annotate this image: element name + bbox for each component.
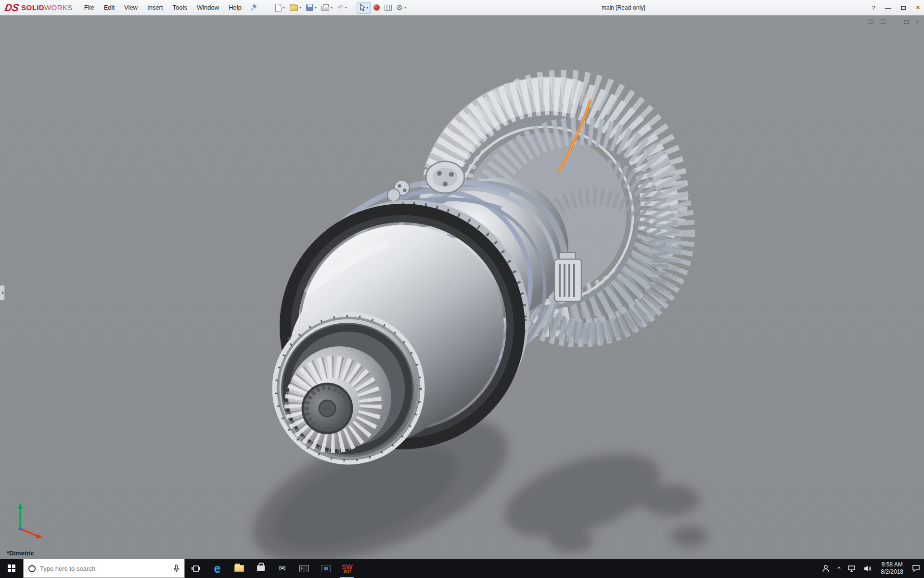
clock-date: 8/2/2018 xyxy=(881,568,903,576)
document-window-controls: — × xyxy=(868,18,919,25)
solidworks-icon: SW 2017 xyxy=(342,564,353,573)
store-icon xyxy=(257,565,265,571)
undo-icon: ↶ xyxy=(337,4,344,11)
print-button[interactable]: ▾ xyxy=(319,2,335,13)
menu-insert[interactable]: Insert xyxy=(142,1,168,13)
menu-bar: DS SOLID WORKS File Edit View Insert Too… xyxy=(0,0,924,15)
taskbar-edge[interactable]: e xyxy=(206,559,228,578)
speaker-icon xyxy=(864,565,872,572)
orientation-triad xyxy=(18,503,42,538)
taskbar-clock[interactable]: 9:58 AM 8/2/2018 xyxy=(876,559,908,578)
new-document-button[interactable]: ▾ xyxy=(273,2,287,13)
gear-icon: ⚙ xyxy=(397,4,403,11)
minimize-button[interactable]: — xyxy=(885,4,891,12)
menu-tools[interactable]: Tools xyxy=(168,1,192,13)
engine-model-scene[interactable] xyxy=(0,15,924,559)
undo-button[interactable]: ↶ ▾ xyxy=(335,2,349,13)
doc-close-button[interactable]: × xyxy=(915,18,919,25)
volume-button[interactable] xyxy=(860,559,876,578)
search-input[interactable] xyxy=(40,565,169,572)
save-button[interactable]: ▾ xyxy=(304,2,319,13)
menu-help[interactable]: Help xyxy=(224,1,246,13)
appearance-sphere-icon xyxy=(373,4,380,11)
system-tray: ^ 9:58 AM 8/2/2018 xyxy=(818,559,924,578)
doc-restore-button[interactable] xyxy=(904,20,909,24)
taskbar-terminal[interactable]: >_ xyxy=(293,559,315,578)
mail-icon: ✉ xyxy=(279,565,285,573)
action-center-button[interactable] xyxy=(908,559,924,578)
windows-logo-icon xyxy=(8,565,15,572)
display-settings-button[interactable] xyxy=(382,2,394,13)
menu-view[interactable]: View xyxy=(119,1,142,13)
people-button[interactable] xyxy=(818,559,834,578)
network-button[interactable] xyxy=(844,559,860,578)
taskbar-mail[interactable]: ✉ xyxy=(271,559,293,578)
doc-minimize-button[interactable]: — xyxy=(892,19,898,25)
edge-icon: e xyxy=(214,563,221,575)
taskbar-search[interactable] xyxy=(23,559,185,578)
task-view-icon xyxy=(192,565,200,572)
menu-file[interactable]: File xyxy=(79,1,99,13)
start-button[interactable] xyxy=(0,559,23,578)
help-button[interactable]: ? xyxy=(872,4,875,12)
task-pane-flyout-tab[interactable] xyxy=(0,285,5,301)
graphics-area[interactable]: — × *Dimetric xyxy=(0,15,924,559)
ds-logo-mark: DS xyxy=(4,2,20,13)
taskbar-solidworks[interactable]: SW 2017 xyxy=(336,559,358,578)
open-button[interactable]: ▾ xyxy=(287,2,304,13)
pushpin-icon xyxy=(250,4,257,11)
columns-icon xyxy=(385,5,392,11)
menu-edit[interactable]: Edit xyxy=(99,1,119,13)
taskbar-file-explorer[interactable] xyxy=(228,559,250,578)
options-button[interactable]: ⚙ ▾ xyxy=(394,2,409,13)
select-arrow-icon xyxy=(359,4,365,12)
maximize-button[interactable] xyxy=(901,6,906,10)
chevron-up-icon: ^ xyxy=(837,565,840,572)
open-folder-icon xyxy=(290,5,298,11)
task-view-button[interactable] xyxy=(185,559,206,578)
spinner-hub[interactable] xyxy=(303,384,352,433)
view-orientation-label: *Dimetric xyxy=(7,550,34,557)
pin-menu-icon[interactable] xyxy=(250,4,257,11)
menu-window[interactable]: Window xyxy=(192,1,224,13)
taskbar-app[interactable] xyxy=(315,559,336,578)
terminal-icon: >_ xyxy=(299,565,309,572)
solidworks-logo: DS SOLID WORKS xyxy=(0,2,79,13)
new-window-icon[interactable] xyxy=(868,19,873,24)
search-icon xyxy=(28,565,36,572)
select-tool-button[interactable]: ▾ xyxy=(357,2,371,13)
standard-toolbar: ▾ ▾ ▾ ▾ ↶ ▾ ▾ ⚙ xyxy=(273,2,409,13)
app-icon xyxy=(321,565,331,572)
appearance-button[interactable] xyxy=(371,2,382,13)
taskbar-store[interactable] xyxy=(250,559,271,578)
close-button[interactable]: × xyxy=(916,3,920,12)
microphone-icon[interactable] xyxy=(173,565,180,573)
heat-exchanger[interactable] xyxy=(554,252,581,302)
print-icon xyxy=(321,6,329,11)
document-title: main [Read-only] xyxy=(602,0,645,15)
tray-overflow-button[interactable]: ^ xyxy=(834,559,844,578)
file-explorer-icon xyxy=(234,565,244,572)
person-icon xyxy=(822,565,830,572)
windows-taskbar: e ✉ >_ SW 2017 ^ xyxy=(0,559,924,578)
cascade-windows-icon[interactable] xyxy=(880,19,886,24)
solidworks-window: { "app": { "logo_ds": "DS", "logo_solid"… xyxy=(0,0,924,578)
window-controls: ? — × xyxy=(872,0,920,15)
network-icon xyxy=(848,565,856,572)
save-icon xyxy=(306,4,313,11)
new-document-icon xyxy=(275,4,282,12)
toolbar-separator xyxy=(353,3,353,13)
accessory-cylinder[interactable] xyxy=(426,161,464,193)
clock-time: 9:58 AM xyxy=(882,561,903,568)
notification-icon xyxy=(912,565,920,572)
